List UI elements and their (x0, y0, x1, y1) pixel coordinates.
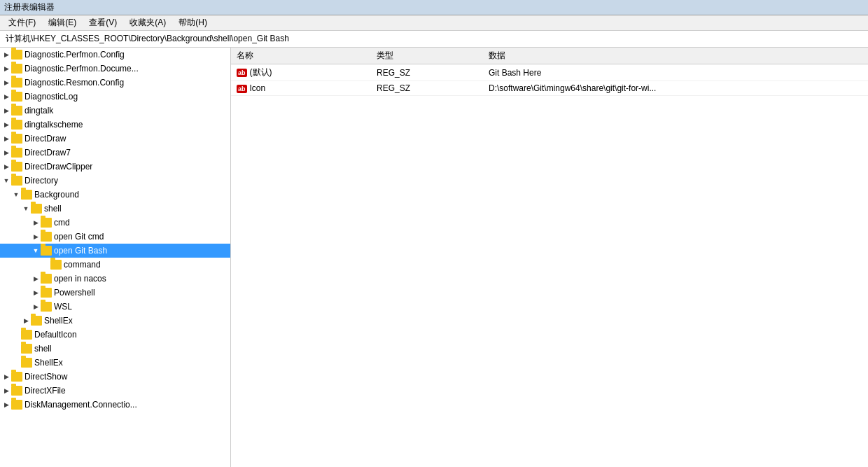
tree-item-wsl[interactable]: ▶WSL (0, 300, 230, 314)
folder-icon-shell (31, 204, 42, 214)
expand-arrow-wsl[interactable]: ▶ (31, 302, 41, 312)
tree-item-directdraw7[interactable]: ▶DirectDraw7 (0, 146, 230, 160)
expand-arrow-open-git-bash[interactable]: ▼ (31, 246, 41, 256)
expand-arrow-defaulticon[interactable] (11, 330, 21, 340)
tree-label-dingtalkscheme: dingtalkscheme (24, 120, 83, 130)
tree-item-shell2[interactable]: shell (0, 342, 230, 356)
menu-help[interactable]: 帮助(H) (173, 15, 213, 30)
tree-item-directdraw[interactable]: ▶DirectDraw (0, 132, 230, 146)
expand-arrow-directdrawclipper[interactable]: ▶ (1, 162, 11, 172)
folder-icon-shellex2 (21, 358, 32, 368)
tree-label-wsl: WSL (54, 302, 72, 312)
tree-item-diagnosticlog[interactable]: ▶DiagnosticLog (0, 90, 230, 104)
expand-arrow-directory[interactable]: ▼ (1, 176, 11, 186)
expand-arrow-command[interactable] (41, 260, 50, 270)
folder-icon-shellex-bg (31, 316, 42, 326)
tree-panel[interactable]: ▶Diagnostic.Perfmon.Config▶Diagnostic.Pe… (0, 48, 231, 467)
tree-item-diagnostic-perfmon-document[interactable]: ▶Diagnostic.Perfmon.Docume... (0, 62, 230, 76)
cell-name-1: abIcon (231, 81, 371, 96)
menu-view[interactable]: 查看(V) (83, 15, 122, 30)
expand-arrow-diagnostic-perfmon-document[interactable]: ▶ (1, 64, 11, 74)
tree-label-shell2: shell (34, 344, 52, 354)
tree-item-directdrawclipper[interactable]: ▶DirectDrawClipper (0, 160, 230, 174)
tree-item-shellex2[interactable]: ShellEx (0, 356, 230, 370)
folder-icon-directxfile (11, 386, 22, 396)
tree-item-command[interactable]: command (0, 258, 230, 272)
folder-icon-diskmanagement-connection (11, 400, 22, 410)
expand-arrow-diskmanagement-connection[interactable]: ▶ (1, 400, 11, 410)
expand-arrow-diagnosticlog[interactable]: ▶ (1, 92, 11, 102)
expand-arrow-diagnostic-perfmon-config[interactable]: ▶ (1, 50, 11, 60)
main-container: ▶Diagnostic.Perfmon.Config▶Diagnostic.Pe… (0, 48, 868, 467)
expand-arrow-directxfile[interactable]: ▶ (1, 386, 11, 396)
tree-item-background[interactable]: ▼Background (0, 188, 230, 202)
tree-item-dingtalk[interactable]: ▶dingtalk (0, 104, 230, 118)
expand-arrow-shellex2[interactable] (11, 358, 21, 368)
tree-label-cmd: cmd (54, 218, 70, 228)
tree-label-directdraw7: DirectDraw7 (24, 148, 71, 158)
title-bar: 注册表编辑器 (0, 0, 868, 15)
folder-icon-dingtalk (11, 106, 22, 116)
col-name: 名称 (231, 48, 371, 64)
tree-item-diagnostic-perfmon-config[interactable]: ▶Diagnostic.Perfmon.Config (0, 48, 230, 62)
table-row[interactable]: abIconREG_SZD:\software\Git\mingw64\shar… (231, 81, 868, 96)
expand-arrow-background[interactable]: ▼ (11, 190, 21, 200)
table-row[interactable]: ab(默认)REG_SZGit Bash Here (231, 64, 868, 81)
tree-label-open-in-nacos: open in nacos (54, 274, 106, 284)
tree-label-directdraw: DirectDraw (24, 134, 66, 144)
detail-panel: 名称 类型 数据 ab(默认)REG_SZGit Bash HereabIcon… (231, 48, 868, 467)
expand-arrow-diagnostic-resmon-config[interactable]: ▶ (1, 78, 11, 88)
registry-table: 名称 类型 数据 ab(默认)REG_SZGit Bash HereabIcon… (231, 48, 868, 96)
tree-label-shellex2: ShellEx (34, 358, 63, 368)
tree-label-shellex-bg: ShellEx (44, 316, 73, 326)
tree-item-open-git-cmd[interactable]: ▶open Git cmd (0, 230, 230, 244)
tree-item-powershell[interactable]: ▶Powershell (0, 286, 230, 300)
tree-item-directshow[interactable]: ▶DirectShow (0, 370, 230, 384)
tree-label-defaulticon: DefaultIcon (34, 330, 77, 340)
tree-item-open-git-bash[interactable]: ▼open Git Bash (0, 244, 230, 258)
tree-label-directxfile: DirectXFile (24, 386, 66, 396)
folder-icon-command (50, 260, 62, 270)
tree-item-dingtalkscheme[interactable]: ▶dingtalkscheme (0, 118, 230, 132)
expand-arrow-directdraw[interactable]: ▶ (1, 134, 11, 144)
expand-arrow-shellex-bg[interactable]: ▶ (21, 316, 31, 326)
tree-label-directory: Directory (24, 176, 58, 186)
folder-icon-diagnostic-perfmon-document (11, 64, 22, 74)
menu-favorites[interactable]: 收藏夹(A) (124, 15, 172, 30)
folder-icon-directdraw (11, 134, 22, 144)
expand-arrow-shell2[interactable] (11, 344, 21, 354)
tree-item-shellex-bg[interactable]: ▶ShellEx (0, 314, 230, 328)
tree-item-open-in-nacos[interactable]: ▶open in nacos (0, 272, 230, 286)
tree-item-directory[interactable]: ▼Directory (0, 174, 230, 188)
tree-item-defaulticon[interactable]: DefaultIcon (0, 328, 230, 342)
menu-bar: 文件(F) 编辑(E) 查看(V) 收藏夹(A) 帮助(H) (0, 15, 868, 31)
tree-item-diagnostic-resmon-config[interactable]: ▶Diagnostic.Resmon.Config (0, 76, 230, 90)
folder-icon-directory (11, 176, 22, 186)
expand-arrow-powershell[interactable]: ▶ (31, 288, 41, 298)
title-text: 注册表编辑器 (4, 1, 55, 13)
menu-file[interactable]: 文件(F) (3, 15, 41, 30)
tree-item-cmd[interactable]: ▶cmd (0, 216, 230, 230)
tree-label-shell: shell (44, 204, 62, 214)
expand-arrow-shell[interactable]: ▼ (21, 204, 31, 214)
tree-label-dingtalk: dingtalk (24, 106, 53, 116)
tree-label-directshow: DirectShow (24, 372, 67, 382)
tree-label-diagnostic-perfmon-document: Diagnostic.Perfmon.Docume... (24, 64, 139, 74)
tree-item-diskmanagement-connection[interactable]: ▶DiskManagement.Connectio... (0, 398, 230, 412)
tree-label-command: command (64, 260, 101, 270)
tree-item-shell[interactable]: ▼shell (0, 202, 230, 216)
expand-arrow-directshow[interactable]: ▶ (1, 372, 11, 382)
folder-icon-powershell (41, 288, 52, 298)
menu-edit[interactable]: 编辑(E) (43, 15, 82, 30)
expand-arrow-open-git-cmd[interactable]: ▶ (31, 232, 41, 242)
cell-data-0: Git Bash Here (483, 64, 868, 81)
tree-label-open-git-bash: open Git Bash (54, 246, 107, 256)
expand-arrow-cmd[interactable]: ▶ (31, 218, 41, 228)
expand-arrow-open-in-nacos[interactable]: ▶ (31, 274, 41, 284)
expand-arrow-directdraw7[interactable]: ▶ (1, 148, 11, 158)
tree-label-diskmanagement-connection: DiskManagement.Connectio... (24, 400, 137, 410)
expand-arrow-dingtalkscheme[interactable]: ▶ (1, 120, 11, 130)
expand-arrow-dingtalk[interactable]: ▶ (1, 106, 11, 116)
tree-item-directxfile[interactable]: ▶DirectXFile (0, 384, 230, 398)
address-path: 计算机\HKEY_CLASSES_ROOT\Directory\Backgrou… (6, 33, 289, 45)
